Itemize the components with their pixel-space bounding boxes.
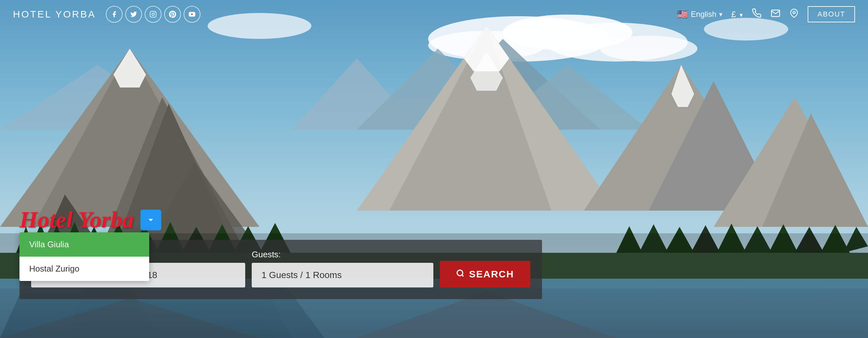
instagram-icon[interactable] bbox=[145, 6, 161, 23]
currency-label: £ bbox=[732, 9, 736, 19]
svg-line-63 bbox=[462, 275, 464, 276]
flag-icon: 🇺🇸 bbox=[677, 9, 688, 20]
social-icons-group bbox=[106, 6, 200, 23]
brand-name: HOTEL YORBA bbox=[13, 9, 96, 20]
property-dropdown: Villa Giulia Hostal Zurigo bbox=[20, 232, 149, 281]
twitter-icon[interactable] bbox=[125, 6, 142, 23]
svg-point-61 bbox=[793, 11, 795, 13]
location-icon[interactable] bbox=[789, 8, 799, 21]
language-dropdown-icon: ▾ bbox=[719, 10, 722, 18]
language-label: English bbox=[691, 10, 716, 19]
top-navigation: HOTEL YORBA bbox=[0, 0, 868, 29]
property-option-hostal-zurigo[interactable]: Hostal Zurigo bbox=[20, 257, 149, 281]
hotel-title: Hotel Yorba bbox=[20, 206, 134, 233]
guests-label: Guests: bbox=[252, 249, 433, 260]
svg-point-59 bbox=[154, 12, 155, 13]
svg-point-62 bbox=[457, 270, 463, 275]
pinterest-icon[interactable] bbox=[164, 6, 181, 23]
booking-widget: Hotel Yorba Villa Giulia Hostal Zurigo D… bbox=[20, 206, 542, 299]
property-dropdown-toggle[interactable] bbox=[141, 210, 161, 230]
phone-icon[interactable] bbox=[752, 8, 762, 21]
svg-point-58 bbox=[152, 13, 154, 15]
language-selector[interactable]: 🇺🇸 English ▾ bbox=[677, 9, 722, 20]
guests-group: Guests: 1 Guests / 1 Rooms bbox=[252, 249, 433, 288]
facebook-icon[interactable] bbox=[106, 6, 123, 23]
property-option-villa-giulia[interactable]: Villa Giulia bbox=[20, 232, 149, 257]
guests-value: 1 Guests / 1 Rooms bbox=[261, 270, 342, 280]
guests-input[interactable]: 1 Guests / 1 Rooms bbox=[252, 263, 433, 288]
search-button[interactable]: SEARCH bbox=[440, 261, 530, 288]
svg-rect-57 bbox=[150, 11, 156, 17]
email-icon[interactable] bbox=[771, 8, 780, 21]
hotel-title-row: Hotel Yorba Villa Giulia Hostal Zurigo bbox=[20, 206, 542, 233]
svg-point-5 bbox=[545, 23, 688, 62]
nav-right: 🇺🇸 English ▾ £ ▾ bbox=[677, 6, 855, 22]
youtube-icon[interactable] bbox=[184, 6, 200, 23]
search-label: SEARCH bbox=[469, 269, 514, 280]
about-button[interactable]: ABOUT bbox=[808, 6, 855, 22]
currency-selector[interactable]: £ ▾ bbox=[732, 9, 743, 20]
currency-dropdown-icon: ▾ bbox=[740, 11, 743, 19]
search-icon bbox=[456, 269, 464, 280]
